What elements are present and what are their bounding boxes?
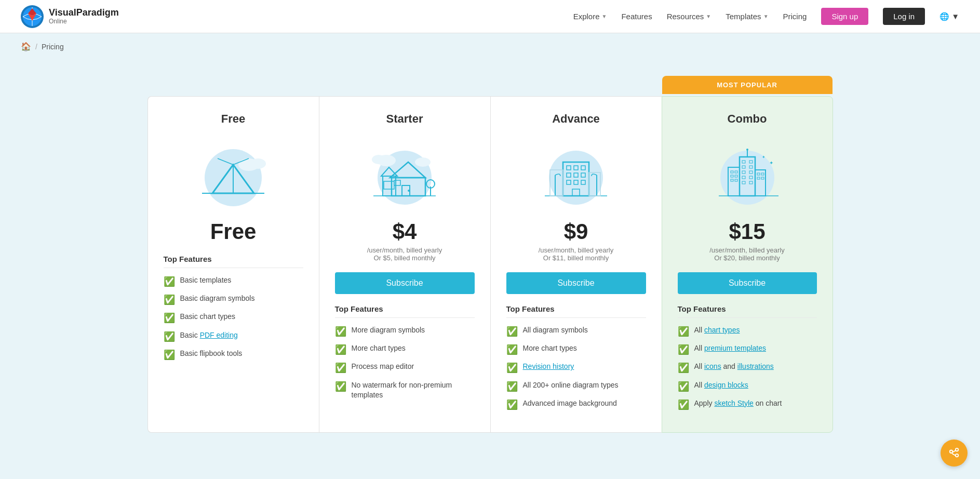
- features-title-free: Top Features: [164, 255, 303, 268]
- subscribe-combo-button[interactable]: Subscribe: [678, 272, 817, 294]
- price-alt: Or $20, billed monthly: [678, 254, 817, 262]
- plan-name-starter: Starter: [335, 112, 475, 126]
- check-icon: ✅: [678, 398, 689, 411]
- svg-point-16: [415, 157, 431, 167]
- features-title-combo: Top Features: [678, 304, 817, 318]
- feature-200-diagram-types: ✅ All 200+ online diagram types: [506, 380, 646, 393]
- svg-point-7: [250, 158, 266, 169]
- main-content: Free Free: [127, 60, 854, 454]
- illustration-tent: [164, 136, 303, 209]
- illustration-building: [506, 136, 646, 209]
- revision-history-link[interactable]: Revision history: [523, 362, 574, 370]
- price-amount: $4: [335, 219, 475, 244]
- check-icon: ✅: [164, 349, 175, 362]
- check-icon: ✅: [678, 325, 689, 338]
- logo-text: VisualParadigm Online: [49, 8, 119, 25]
- feature-text: All 200+ online diagram types: [523, 380, 619, 391]
- feature-all-premium-templates: ✅ All premium templates: [678, 343, 817, 356]
- feature-text: More diagram symbols: [352, 325, 425, 336]
- nav-templates[interactable]: Templates ▼: [726, 12, 768, 21]
- illustrations-link[interactable]: illustrations: [737, 362, 774, 370]
- check-icon: ✅: [678, 380, 689, 393]
- price-amount: $9: [506, 219, 646, 244]
- feature-basic-chart-types: ✅ Basic chart types: [164, 312, 303, 325]
- check-icon: ✅: [164, 312, 175, 325]
- illustration-house: [335, 136, 475, 209]
- language-selector[interactable]: 🌐 ▼: [939, 12, 959, 21]
- chevron-down-icon: ▼: [602, 14, 607, 19]
- plan-starter: Starter: [319, 96, 490, 433]
- plan-free: Free Free: [147, 96, 319, 433]
- breadcrumb: 🏠 / Pricing: [0, 33, 980, 60]
- nav-features[interactable]: Features: [621, 12, 652, 21]
- signup-button[interactable]: Sign up: [821, 8, 868, 25]
- feature-more-chart-types-advance: ✅ More chart types: [506, 343, 646, 356]
- chart-types-link[interactable]: chart types: [704, 326, 740, 334]
- feature-no-watermark: ✅ No watermark for non-premium templates: [335, 380, 475, 401]
- logo[interactable]: VisualParadigm Online: [21, 5, 119, 28]
- check-icon: ✅: [506, 380, 518, 393]
- feature-text: All diagram symbols: [523, 325, 588, 336]
- chevron-down-icon: ▼: [763, 14, 769, 19]
- features-title-starter: Top Features: [335, 304, 475, 318]
- pdf-editing-link[interactable]: PDF editing: [200, 331, 238, 339]
- check-icon: ✅: [335, 362, 346, 375]
- features-section-advance: Top Features ✅ All diagram symbols ✅ Mor…: [506, 304, 646, 411]
- share-button[interactable]: [941, 440, 968, 467]
- icons-link[interactable]: icons: [704, 362, 721, 370]
- logo-brand: VisualParadigm: [49, 8, 119, 18]
- feature-text: Basic PDF editing: [180, 330, 238, 341]
- chevron-down-icon: ▼: [951, 12, 959, 21]
- feature-text: All icons and illustrations: [694, 362, 774, 372]
- svg-point-50: [746, 149, 748, 151]
- chevron-down-icon: ▼: [706, 14, 711, 19]
- check-icon: ✅: [506, 362, 518, 375]
- feature-text: Basic flipbook tools: [180, 349, 243, 359]
- feature-text: Basic diagram symbols: [180, 294, 255, 304]
- feature-process-map: ✅ Process map editor: [335, 362, 475, 375]
- feature-all-diagram-symbols: ✅ All diagram symbols: [506, 325, 646, 338]
- nav-pricing[interactable]: Pricing: [783, 12, 807, 21]
- breadcrumb-current: Pricing: [42, 43, 64, 51]
- subscribe-advance-button[interactable]: Subscribe: [506, 272, 646, 294]
- sketch-style-link[interactable]: sketch Style: [714, 399, 753, 407]
- premium-templates-link[interactable]: premium templates: [704, 344, 766, 352]
- check-icon: ✅: [506, 325, 518, 338]
- price-alt: Or $11, billed monthly: [506, 254, 646, 262]
- nav-explore[interactable]: Explore ▼: [573, 12, 607, 21]
- plan-advance: Advance: [490, 96, 662, 433]
- feature-sketch-style: ✅ Apply sketch Style on chart: [678, 398, 817, 411]
- logo-sub: Online: [49, 18, 119, 25]
- feature-basic-diagram-symbols: ✅ Basic diagram symbols: [164, 294, 303, 307]
- feature-more-chart-types: ✅ More chart types: [335, 343, 475, 356]
- price-alt: Or $5, billed monthly: [335, 254, 475, 262]
- check-icon: ✅: [335, 343, 346, 356]
- features-title-advance: Top Features: [506, 304, 646, 318]
- plan-name-advance: Advance: [506, 112, 646, 126]
- design-blocks-link[interactable]: design blocks: [704, 381, 748, 389]
- svg-point-15: [372, 155, 385, 164]
- navbar: VisualParadigm Online Explore ▼ Features…: [0, 0, 980, 33]
- globe-icon: 🌐: [939, 12, 949, 21]
- feature-text: Process map editor: [352, 362, 414, 372]
- feature-all-chart-types: ✅ All chart types: [678, 325, 817, 338]
- check-icon: ✅: [678, 362, 689, 375]
- logo-icon: [21, 5, 44, 28]
- plan-price-starter: $4 /user/month, billed yearly Or $5, bil…: [335, 219, 475, 262]
- svg-point-28: [549, 151, 603, 205]
- check-icon: ✅: [506, 398, 518, 411]
- check-icon: ✅: [164, 294, 175, 307]
- most-popular-badge: MOST POPULAR: [662, 76, 833, 94]
- nav-resources[interactable]: Resources ▼: [667, 12, 711, 21]
- check-icon: ✅: [164, 330, 175, 343]
- feature-text: More chart types: [352, 343, 406, 354]
- plan-name-free: Free: [164, 112, 303, 126]
- home-icon[interactable]: 🏠: [21, 42, 31, 51]
- feature-text: Basic templates: [180, 275, 232, 286]
- login-button[interactable]: Log in: [883, 8, 925, 25]
- price-sub: /user/month, billed yearly: [335, 246, 475, 254]
- price-sub: /user/month, billed yearly: [678, 246, 817, 254]
- feature-text: Revision history: [523, 362, 574, 372]
- subscribe-starter-button[interactable]: Subscribe: [335, 272, 475, 294]
- svg-point-22: [408, 190, 410, 192]
